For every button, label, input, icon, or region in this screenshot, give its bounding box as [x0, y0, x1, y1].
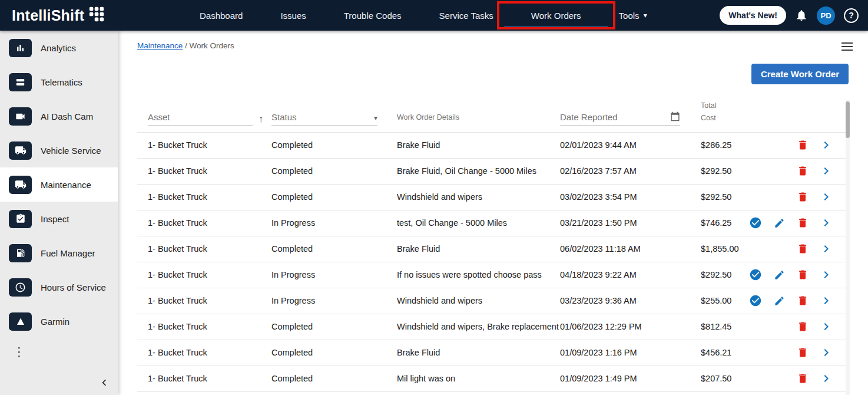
ai-dash-cam-icon: [9, 107, 32, 126]
edit-pencil-icon[interactable]: [771, 215, 787, 231]
menu-icon[interactable]: [842, 41, 853, 51]
work-orders-table: Asset ↑ Status ▾ Work Order Details Date…: [118, 100, 868, 392]
nav-item-issues[interactable]: Issues: [261, 0, 324, 31]
row-date: 01/06/2023 12:29 PM: [560, 322, 701, 331]
bell-icon[interactable]: [795, 9, 808, 22]
table-row[interactable]: 1- Bucket Truck Completed Windshield and…: [137, 314, 848, 340]
chevron-right-icon[interactable]: [819, 293, 834, 308]
chevron-right-icon[interactable]: [819, 267, 834, 282]
edit-pencil-icon[interactable]: [771, 267, 787, 282]
nav-item-work-orders[interactable]: Work Orders: [512, 0, 600, 31]
row-total-cost: $292.50: [701, 166, 748, 176]
sidebar-item-analytics[interactable]: Analytics: [0, 31, 118, 65]
whats-new-button[interactable]: What's New!: [720, 6, 786, 25]
chevron-left-icon[interactable]: [98, 376, 111, 391]
mark-complete-icon[interactable]: [748, 267, 763, 282]
sidebar-item-garmin[interactable]: Garmin: [0, 304, 118, 338]
row-asset: 1- Bucket Truck: [137, 322, 271, 331]
help-icon[interactable]: ?: [844, 8, 859, 23]
app-logo[interactable]: IntelliShift: [0, 0, 150, 31]
sort-ascending-icon[interactable]: ↑: [259, 114, 263, 126]
nav-item-service-tasks[interactable]: Service Tasks: [420, 0, 512, 31]
sidebar-item-label: Vehicle Service: [41, 146, 101, 156]
sidebar-item-ai-dash-cam[interactable]: AI Dash Cam: [0, 99, 118, 133]
chevron-right-icon[interactable]: [819, 345, 834, 360]
nav-item-dashboard[interactable]: Dashboard: [181, 0, 261, 31]
delete-trash-icon[interactable]: [795, 345, 810, 360]
maintenance-icon: [9, 176, 32, 194]
chevron-right-icon[interactable]: [819, 241, 834, 256]
row-total-cost: $207.50: [701, 374, 748, 383]
breadcrumb-maintenance-link[interactable]: Maintenance: [137, 41, 183, 50]
nav-item-label: Trouble Codes: [344, 11, 402, 21]
delete-trash-icon[interactable]: [795, 241, 810, 256]
chevron-right-icon[interactable]: [819, 371, 834, 386]
mark-complete-icon[interactable]: [748, 215, 763, 231]
table-row[interactable]: 1- Bucket Truck In Progress If no issues…: [137, 262, 848, 288]
table-row[interactable]: 1- Bucket Truck In Progress Windshield a…: [137, 288, 848, 314]
telematics-icon: [9, 73, 32, 91]
delete-trash-icon[interactable]: [795, 189, 810, 205]
mark-complete-icon[interactable]: [748, 293, 763, 308]
chevron-right-icon[interactable]: [819, 319, 834, 334]
chevron-right-icon[interactable]: [819, 137, 834, 153]
avatar[interactable]: PD: [817, 6, 835, 25]
nav-item-label: Tools: [619, 11, 640, 21]
sidebar-item-vehicle-service[interactable]: Vehicle Service: [0, 133, 118, 167]
table-row[interactable]: 1- Bucket Truck Completed Brake Fluid 01…: [137, 340, 848, 366]
delete-trash-icon[interactable]: [795, 371, 810, 386]
delete-trash-icon[interactable]: [795, 163, 810, 179]
row-status: In Progress: [271, 296, 397, 305]
delete-trash-icon[interactable]: [795, 215, 810, 231]
table-row[interactable]: 1- Bucket Truck Completed Brake Fluid 02…: [137, 133, 848, 159]
row-asset: 1- Bucket Truck: [137, 374, 271, 383]
nav-item-label: Issues: [280, 11, 306, 21]
delete-trash-icon[interactable]: [795, 293, 810, 308]
row-total-cost: $292.50: [701, 270, 748, 279]
row-status: In Progress: [271, 270, 397, 279]
sidebar-item-hours-of-service[interactable]: Hours of Service: [0, 270, 118, 304]
scrollbar-thumb[interactable]: [846, 101, 850, 138]
status-filter-field[interactable]: Status ▾: [271, 112, 377, 126]
row-total-cost: $812.45: [701, 322, 748, 331]
sidebar-item-label: Fuel Manager: [41, 248, 95, 258]
row-details: test, Oil Change - 5000 Miles: [397, 218, 560, 228]
delete-trash-icon[interactable]: [795, 137, 810, 153]
sidebar-item-inspect[interactable]: Inspect: [0, 202, 118, 236]
delete-trash-icon[interactable]: [795, 267, 810, 282]
active-tab-underline: [504, 27, 608, 28]
more-vert-icon[interactable]: ⋮: [0, 338, 118, 358]
table-row[interactable]: 1- Bucket Truck Completed Brake Fluid, O…: [137, 159, 848, 185]
chevron-right-icon[interactable]: [819, 189, 834, 205]
date-reported-filter-field[interactable]: Date Reported: [560, 111, 680, 126]
row-details: If no issues were spotted choose pass: [397, 270, 560, 279]
table-row[interactable]: 1- Bucket Truck Completed Mil light was …: [137, 366, 848, 392]
row-status: Completed: [271, 140, 397, 150]
hours-of-service-icon: [9, 278, 32, 297]
chevron-right-icon[interactable]: [819, 163, 834, 179]
asset-filter-field[interactable]: Asset: [148, 112, 253, 126]
garmin-icon: [9, 312, 32, 331]
row-status: In Progress: [271, 218, 397, 228]
delete-trash-icon[interactable]: [795, 319, 810, 334]
edit-pencil-icon[interactable]: [771, 293, 787, 308]
row-details: Brake Fluid: [397, 348, 560, 357]
row-details: Windshield and wipers: [397, 296, 560, 305]
sidebar-item-telematics[interactable]: Telematics: [0, 65, 118, 99]
chevron-right-icon[interactable]: [819, 215, 834, 231]
row-asset: 1- Bucket Truck: [137, 296, 271, 305]
sidebar-item-maintenance[interactable]: Maintenance: [0, 167, 118, 202]
table-row[interactable]: 1- Bucket Truck Completed Windshield and…: [137, 185, 848, 210]
nav-item-tools[interactable]: Tools ▾: [600, 0, 666, 31]
row-details: Windshield and wipers: [397, 192, 560, 202]
sidebar-item-fuel-manager[interactable]: Fuel Manager: [0, 236, 118, 270]
table-row[interactable]: 1- Bucket Truck In Progress test, Oil Ch…: [137, 210, 848, 236]
create-work-order-button[interactable]: Create Work Order: [751, 64, 849, 84]
vertical-scrollbar[interactable]: [846, 100, 850, 395]
row-date: 02/01/2023 9:44 AM: [560, 140, 701, 150]
nav-item-trouble-codes[interactable]: Trouble Codes: [325, 0, 420, 31]
calendar-icon[interactable]: [670, 111, 680, 122]
sidebar-item-label: Maintenance: [41, 180, 91, 190]
nav-item-label: Work Orders: [531, 11, 581, 21]
table-row[interactable]: 1- Bucket Truck Completed Brake Fluid 06…: [137, 236, 848, 262]
